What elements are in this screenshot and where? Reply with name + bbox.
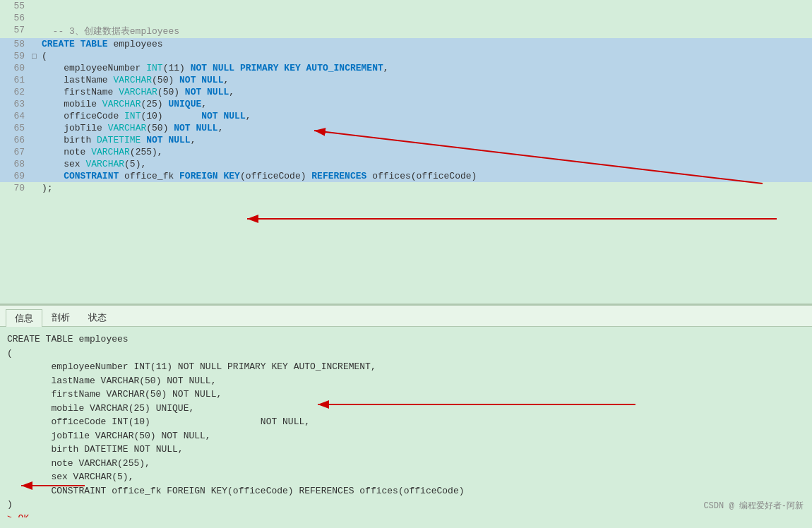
fold-indicator xyxy=(32,74,42,86)
output-line: lastName VARCHAR(50) NOT NULL, xyxy=(7,374,805,388)
line-number: 63 xyxy=(0,98,32,110)
code-line: ( xyxy=(42,50,812,62)
line-number: 70 xyxy=(0,182,32,194)
watermark: CSDN @ 编程爱好者-阿新 xyxy=(703,500,804,512)
line-number: 57 xyxy=(0,24,32,38)
fold-indicator xyxy=(32,24,42,38)
output-line: ( xyxy=(7,347,805,361)
line-number: 65 xyxy=(0,122,32,134)
editor-area: 555657 -- 3、创建数据表employees58CREATE TABLE… xyxy=(0,0,812,304)
output-line: CREATE TABLE employees xyxy=(7,332,805,347)
fold-indicator xyxy=(32,38,42,50)
code-line: employeeNumber INT(11) NOT NULL PRIMARY … xyxy=(42,62,812,74)
code-line: ); xyxy=(42,182,812,194)
code-line: jobTile VARCHAR(50) NOT NULL, xyxy=(42,122,812,134)
tab-status[interactable]: 状态 xyxy=(79,308,116,326)
code-line: sex VARCHAR(5), xyxy=(42,158,812,170)
fold-indicator xyxy=(32,12,42,24)
code-table: 555657 -- 3、创建数据表employees58CREATE TABLE… xyxy=(0,0,812,194)
code-line: birth DATETIME NOT NULL, xyxy=(42,134,812,146)
fold-indicator xyxy=(32,86,42,98)
output-line: officeCode INT(10) NOT NULL, xyxy=(7,415,805,429)
output-closing: ) xyxy=(7,498,805,512)
line-number: 67 xyxy=(0,146,32,158)
fold-indicator xyxy=(32,146,42,158)
fold-indicator xyxy=(32,134,42,146)
code-editor[interactable]: 555657 -- 3、创建数据表employees58CREATE TABLE… xyxy=(0,0,812,304)
code-line: lastName VARCHAR(50) NOT NULL, xyxy=(42,74,812,86)
output-ok: > OK xyxy=(7,512,805,518)
code-line: mobile VARCHAR(25) UNIQUE, xyxy=(42,98,812,110)
code-line: note VARCHAR(255), xyxy=(42,146,812,158)
line-number: 58 xyxy=(0,38,32,50)
code-line: officeCode INT(10) NOT NULL, xyxy=(42,110,812,122)
line-number: 64 xyxy=(0,110,32,122)
tab-profile[interactable]: 剖析 xyxy=(42,308,79,326)
code-line: -- 3、创建数据表employees xyxy=(42,24,812,38)
line-number: 69 xyxy=(0,170,32,182)
fold-indicator xyxy=(32,182,42,194)
tab-info[interactable]: 信息 xyxy=(6,309,42,327)
code-line xyxy=(42,0,812,12)
fold-indicator xyxy=(32,122,42,134)
output-area: CREATE TABLE employees( employeeNumber I… xyxy=(0,327,812,517)
line-number: 68 xyxy=(0,158,32,170)
fold-indicator xyxy=(32,110,42,122)
line-number: 56 xyxy=(0,12,32,24)
output-line: birth DATETIME NOT NULL, xyxy=(7,443,805,457)
output-line: sex VARCHAR(5), xyxy=(7,470,805,484)
line-number: 61 xyxy=(0,74,32,86)
tab-bar: 信息 剖析 状态 xyxy=(0,306,812,327)
output-line: note VARCHAR(255), xyxy=(7,457,805,471)
output-line: jobTile VARCHAR(50) NOT NULL, xyxy=(7,429,805,443)
code-line: firstName VARCHAR(50) NOT NULL, xyxy=(42,86,812,98)
line-number: 59 xyxy=(0,50,32,62)
line-number: 62 xyxy=(0,86,32,98)
fold-indicator: □ xyxy=(32,50,42,62)
output-line: firstName VARCHAR(50) NOT NULL, xyxy=(7,388,805,402)
line-number: 60 xyxy=(0,62,32,74)
fold-indicator xyxy=(32,0,42,12)
fold-indicator xyxy=(32,158,42,170)
output-line: employeeNumber INT(11) NOT NULL PRIMARY … xyxy=(7,360,805,374)
fold-indicator xyxy=(32,170,42,182)
code-line: CREATE TABLE employees xyxy=(42,38,812,50)
output-line: mobile VARCHAR(25) UNIQUE, xyxy=(7,402,805,416)
line-number: 55 xyxy=(0,0,32,12)
code-line xyxy=(42,12,812,24)
code-line: CONSTRAINT office_fk FOREIGN KEY(officeC… xyxy=(42,170,812,182)
fold-indicator xyxy=(32,62,42,74)
line-number: 66 xyxy=(0,134,32,146)
output-line: CONSTRAINT office_fk FOREIGN KEY(officeC… xyxy=(7,484,805,498)
fold-indicator xyxy=(32,98,42,110)
